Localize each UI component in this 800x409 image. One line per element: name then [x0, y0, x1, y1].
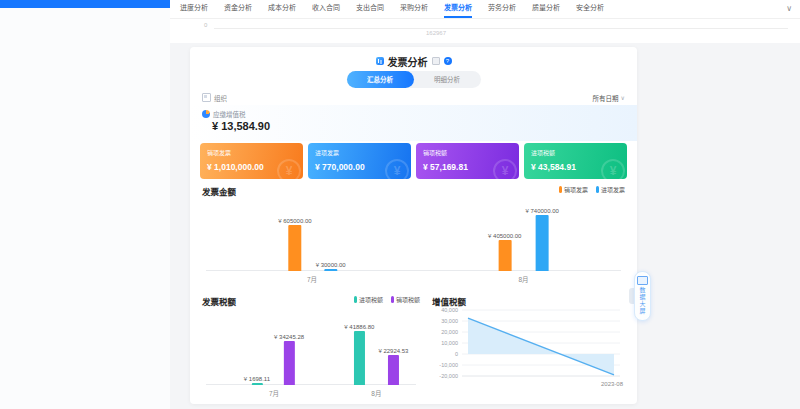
coin-watermark-icon: ¥	[493, 159, 517, 179]
chevron-down-icon: ∨	[621, 94, 625, 101]
vat-line-plot	[462, 308, 620, 382]
vat-payable-label: 应缴增值税	[213, 109, 246, 119]
bar-item: ¥ 1698.11	[244, 376, 270, 385]
bar-销项税额-8月[interactable]	[388, 355, 399, 385]
bar-item: ¥ 22924.53	[378, 348, 408, 385]
bar-进项税额-8月[interactable]	[354, 331, 365, 385]
scrolled-chart-remnant: 0 162967	[170, 19, 800, 43]
legend-label: 进项发票	[601, 185, 625, 194]
x-axis-tick: 8月	[518, 274, 528, 284]
nav-collapse-icon[interactable]: ∨	[786, 0, 792, 18]
nav-tab-5[interactable]: 支出合同	[356, 0, 384, 18]
kpi-label: 进项发票	[315, 148, 404, 157]
help-icon[interactable]: ?	[444, 57, 452, 65]
legend-label: 销项发票	[564, 185, 588, 194]
y-axis-tick: 20,000	[441, 329, 458, 335]
vat-payable-line: 应缴增值税	[202, 109, 246, 119]
tab-summary-analysis[interactable]: 汇总分析	[347, 71, 414, 88]
vat-x-axis-label: 2023-08	[601, 381, 623, 387]
legend-item-input-invoice[interactable]: 进项发票	[596, 185, 625, 194]
bar-item: ¥ 605000.00	[278, 218, 311, 271]
nav-tabs: 进度分析资金分析成本分析收入合同支出合同采购分析发票分析劳务分析质量分析安全分析	[170, 0, 800, 18]
nav-tab-6[interactable]: 采购分析	[400, 0, 428, 18]
nav-tab-1[interactable]: 进度分析	[180, 0, 208, 18]
y-axis-tick: 10,000	[441, 340, 458, 346]
bar-group-8月: ¥ 41886.80¥ 22924.538月	[344, 324, 408, 385]
y-axis-tick: 0	[455, 351, 458, 357]
bar-value-label: ¥ 22924.53	[378, 348, 408, 354]
tab-detail-analysis[interactable]: 明细分析	[414, 71, 481, 88]
kpi-card-2[interactable]: 进项发票¥ 770,000.00¥	[308, 143, 411, 179]
invoice-tax-plot: ¥ 1698.11¥ 34245.287月¥ 41886.80¥ 22924.5…	[202, 309, 420, 399]
bar-item: ¥ 405000.00	[488, 233, 521, 271]
coin-watermark-icon: ¥	[277, 159, 301, 179]
bottom-charts-row: 发票税额 进项税额 销项税额 ¥ 1698.11¥ 34245	[202, 295, 625, 401]
bar-进项税额-7月[interactable]	[251, 383, 262, 385]
org-filter-label[interactable]: 组织	[214, 93, 227, 103]
nav-tab-7[interactable]: 发票分析	[444, 0, 472, 18]
bar-item: ¥ 740000.00	[525, 208, 558, 271]
bar-进项发票-7月[interactable]	[324, 269, 337, 271]
legend-marker	[559, 186, 562, 193]
y-axis-tick: -20,000	[439, 373, 458, 379]
bar-进项发票-8月[interactable]	[536, 215, 549, 271]
page-title: 发票分析	[388, 54, 428, 69]
kpi-card-1[interactable]: 销项发票¥ 1,010,000.00¥	[200, 143, 303, 179]
sidebar-area	[0, 8, 170, 409]
remnant-axis-line	[214, 28, 788, 29]
kpi-label: 销项税额	[423, 148, 512, 157]
y-axis-tick: 30,000	[441, 318, 458, 324]
remnant-axis-label: 162967	[426, 30, 446, 36]
vat-payable-value: ¥ 13,584.90	[212, 120, 270, 132]
bar-value-label: ¥ 605000.00	[278, 218, 311, 224]
y-axis-tick: -10,000	[439, 362, 458, 368]
legend-item-output-tax[interactable]: 销项税额	[391, 295, 420, 304]
pie-icon	[202, 110, 210, 118]
sidebar-top-strip	[0, 0, 186, 8]
bar-item: ¥ 41886.80	[344, 324, 374, 385]
bar-value-label: ¥ 30000.00	[316, 262, 346, 268]
data-screen-side-button[interactable]: 数据大屏	[634, 271, 651, 321]
filter-row: 组织 所有日期 ∨	[202, 92, 625, 103]
top-navbar: 进度分析资金分析成本分析收入合同支出合同采购分析发票分析劳务分析质量分析安全分析…	[170, 0, 800, 19]
vat-amount-title: 增值税额	[432, 295, 466, 307]
nav-tab-4[interactable]: 收入合同	[312, 0, 340, 18]
invoice-tax-legend: 进项税额 销项税额	[354, 295, 420, 304]
nav-tab-3[interactable]: 成本分析	[268, 0, 296, 18]
nav-tab-2[interactable]: 资金分析	[224, 0, 252, 18]
invoice-tax-section: 发票税额 进项税额 销项税额 ¥ 1698.11¥ 34245	[202, 295, 420, 401]
title-row: 发票分析 ?	[190, 55, 637, 67]
kpi-card-3[interactable]: 销项税额¥ 57,169.81¥	[416, 143, 519, 179]
kpi-label: 进项税额	[531, 148, 620, 157]
legend-marker	[354, 296, 357, 303]
date-filter-label: 所有日期	[593, 93, 619, 103]
nav-tab-10[interactable]: 安全分析	[576, 0, 604, 18]
bar-销项发票-7月[interactable]	[288, 225, 301, 271]
legend-item-input-tax[interactable]: 进项税额	[354, 295, 383, 304]
vat-amount-section: 增值税额 40,00030,00020,00010,0000-10,000-20…	[430, 295, 625, 401]
kpi-card-4[interactable]: 进项税额¥ 43,584.91¥	[524, 143, 627, 179]
coin-watermark-icon: ¥	[385, 159, 409, 179]
bar-value-label: ¥ 405000.00	[488, 233, 521, 239]
legend-marker	[596, 186, 599, 193]
legend-marker	[391, 296, 394, 303]
bar-销项税额-7月[interactable]	[284, 341, 295, 385]
analysis-mode-toggle: 汇总分析 明细分析	[347, 71, 481, 88]
bar-group-7月: ¥ 1698.11¥ 34245.287月	[244, 334, 304, 385]
bar-销项发票-8月[interactable]	[498, 240, 511, 271]
x-axis-tick: 7月	[269, 388, 279, 398]
invoice-amount-plot: ¥ 605000.00¥ 30000.007月¥ 405000.00¥ 7400…	[202, 199, 625, 285]
legend-item-output-invoice[interactable]: 销项发票	[559, 185, 588, 194]
remnant-axis-zero: 0	[204, 22, 207, 28]
nav-tab-8[interactable]: 劳务分析	[488, 0, 516, 18]
invoice-tax-title: 发票税额	[202, 295, 236, 307]
kpi-label: 销项发票	[207, 148, 296, 157]
kpi-card-row: 销项发票¥ 1,010,000.00¥进项发票¥ 770,000.00¥销项税额…	[200, 143, 627, 179]
bar-group-8月: ¥ 405000.00¥ 740000.008月	[488, 208, 559, 271]
bar-value-label: ¥ 740000.00	[525, 208, 558, 214]
copy-icon[interactable]	[432, 57, 440, 65]
nav-tab-9[interactable]: 质量分析	[532, 0, 560, 18]
date-filter-dropdown[interactable]: 所有日期 ∨	[593, 93, 625, 103]
monitor-icon	[637, 276, 648, 285]
y-axis-tick: 40,000	[441, 307, 458, 313]
